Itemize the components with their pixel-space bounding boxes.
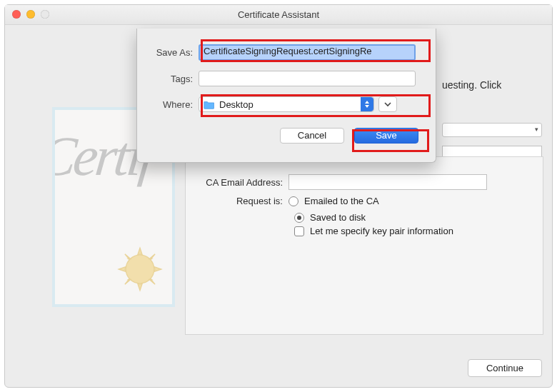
radio-emailed-to-ca[interactable]: [288, 196, 298, 206]
svg-point-0: [126, 255, 154, 283]
save-as-label: Save As:: [137, 47, 199, 58]
radio-saved-to-disk[interactable]: [294, 213, 304, 223]
seal-icon: [116, 246, 164, 293]
where-value: Desktop: [219, 99, 254, 110]
updown-arrows-icon: [361, 97, 373, 111]
where-label: Where:: [137, 99, 199, 110]
chevron-down-icon: ▾: [535, 126, 538, 133]
save-button[interactable]: Save: [354, 128, 418, 144]
cancel-button[interactable]: Cancel: [280, 128, 344, 144]
window-controls: [12, 10, 49, 19]
truncated-instruction-text: uesting. Click: [442, 79, 501, 91]
titlebar: Certificate Assistant: [5, 5, 552, 25]
zoom-window-button[interactable]: [41, 10, 49, 19]
chevron-down-icon: [384, 101, 391, 107]
request-is-label: Request is:: [186, 196, 288, 206]
window-title: Certificate Assistant: [238, 9, 319, 20]
tags-field[interactable]: [199, 71, 416, 86]
save-as-field[interactable]: CertificateSigningRequest.certSigningRe: [199, 44, 416, 61]
radio-emailed-label: Emailed to the CA: [304, 196, 379, 206]
folder-icon: [204, 100, 215, 109]
tags-label: Tags:: [137, 74, 199, 84]
minimize-window-button[interactable]: [26, 10, 35, 19]
keypair-checkbox[interactable]: [294, 226, 304, 236]
ca-email-label: CA Email Address:: [186, 177, 288, 188]
save-sheet: Save As: CertificateSigningRequest.certS…: [136, 29, 436, 163]
ca-email-field[interactable]: [288, 174, 487, 190]
expand-save-dialog-button[interactable]: [378, 96, 397, 112]
background-dropdown[interactable]: ▾: [442, 123, 542, 137]
keypair-checkbox-label: Let me specify key pair information: [310, 226, 453, 236]
close-window-button[interactable]: [12, 10, 21, 19]
certificate-assistant-window: Certificate Assistant uesting. Click Cer…: [4, 4, 553, 388]
continue-button[interactable]: Continue: [468, 359, 542, 377]
radio-saved-label: Saved to disk: [310, 212, 366, 223]
assistant-form-panel: CA Email Address: Request is: Emailed to…: [185, 156, 543, 335]
where-dropdown[interactable]: Desktop: [199, 96, 374, 112]
